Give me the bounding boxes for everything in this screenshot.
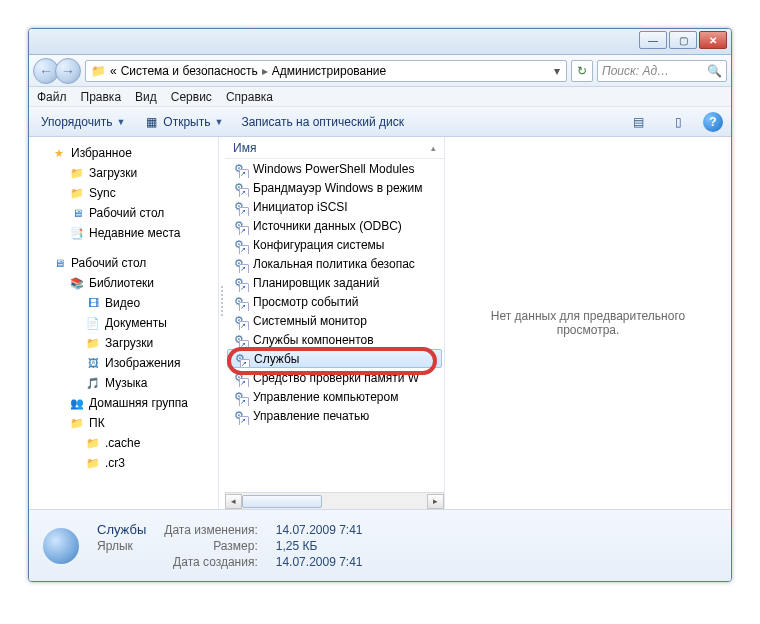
shortcut-icon: ⚙ <box>231 408 247 424</box>
file-name: Локальная политика безопас <box>253 257 415 271</box>
label: Библиотеки <box>89 276 154 290</box>
scroll-left-button[interactable]: ◂ <box>225 494 242 509</box>
search-placeholder: Поиск: Ад… <box>602 64 669 78</box>
shortcut-icon: ⚙ <box>231 275 247 291</box>
crumb-prefix: « <box>110 64 117 78</box>
tree-fav-desktop[interactable]: 🖥Рабочий стол <box>29 203 218 223</box>
menu-view[interactable]: Вид <box>135 90 157 104</box>
folder-icon: 📁 <box>85 336 101 350</box>
tree-pc[interactable]: 📁ПК <box>29 413 218 433</box>
scroll-thumb[interactable] <box>242 495 322 508</box>
tree-lib-downloads[interactable]: 📁Загрузки <box>29 333 218 353</box>
shortcut-icon: ⚙ <box>231 389 247 405</box>
scroll-right-button[interactable]: ▸ <box>427 494 444 509</box>
tree-libraries[interactable]: 📚Библиотеки <box>29 273 218 293</box>
folder-icon: 📁 <box>85 436 101 450</box>
file-row[interactable]: ⚙Системный монитор <box>225 311 444 330</box>
tree-fav-sync[interactable]: 📁Sync <box>29 183 218 203</box>
details-name: Службы <box>97 522 146 537</box>
maximize-button[interactable]: ▢ <box>669 31 697 49</box>
organize-button[interactable]: Упорядочить ▼ <box>37 113 129 131</box>
open-button[interactable]: ▦ Открыть ▼ <box>139 112 227 132</box>
label: Документы <box>105 316 167 330</box>
scroll-track[interactable] <box>242 494 427 509</box>
tree-fav-recent[interactable]: 📑Недавние места <box>29 223 218 243</box>
file-row[interactable]: ⚙Брандмауэр Windows в режим <box>225 178 444 197</box>
nav-tree: ★ Избранное 📁Загрузки 📁Sync 🖥Рабочий сто… <box>29 137 219 509</box>
file-name: Средство проверки памяти W <box>253 371 419 385</box>
file-row[interactable]: ⚙Службы <box>227 349 442 368</box>
shortcut-icon: ⚙ <box>231 161 247 177</box>
tree-lib-images[interactable]: 🖼Изображения <box>29 353 218 373</box>
breadcrumb-admin[interactable]: Администрирование <box>272 64 386 78</box>
file-row[interactable]: ⚙Windows PowerShell Modules <box>225 159 444 178</box>
file-row[interactable]: ⚙Средство проверки памяти W <box>225 368 444 387</box>
file-row[interactable]: ⚙Планировщик заданий <box>225 273 444 292</box>
file-row[interactable]: ⚙Инициатор iSCSI <box>225 197 444 216</box>
tree-pc-cache[interactable]: 📁.cache <box>29 433 218 453</box>
label: Видео <box>105 296 140 310</box>
menu-file[interactable]: Файл <box>37 90 67 104</box>
shortcut-icon: ⚙ <box>231 294 247 310</box>
address-bar[interactable]: 📁 « Система и безопасность ▸ Администрир… <box>85 60 567 82</box>
tree-lib-video[interactable]: 🎞Видео <box>29 293 218 313</box>
forward-button[interactable]: → <box>55 58 81 84</box>
tree-fav-downloads[interactable]: 📁Загрузки <box>29 163 218 183</box>
nav-buttons: ← → <box>33 58 81 84</box>
desktop-icon: 🖥 <box>69 206 85 220</box>
file-list: ⚙Windows PowerShell Modules⚙Брандмауэр W… <box>225 159 444 492</box>
shortcut-icon: ⚙ <box>231 237 247 253</box>
preview-empty-text: Нет данных для предварительного просмотр… <box>465 309 711 337</box>
preview-pane-button[interactable]: ▯ <box>663 112 693 132</box>
file-row[interactable]: ⚙Локальная политика безопас <box>225 254 444 273</box>
search-icon: 🔍 <box>707 64 722 78</box>
label: Музыка <box>105 376 147 390</box>
file-row[interactable]: ⚙Управление компьютером <box>225 387 444 406</box>
shortcut-icon: ⚙ <box>231 218 247 234</box>
breadcrumb-system[interactable]: Система и безопасность <box>121 64 258 78</box>
file-row[interactable]: ⚙Конфигурация системы <box>225 235 444 254</box>
details-type: Ярлык <box>97 539 146 553</box>
chevron-down-icon: ▼ <box>116 117 125 127</box>
burn-label: Записать на оптический диск <box>241 115 404 129</box>
label: ПК <box>89 416 105 430</box>
file-row[interactable]: ⚙Источники данных (ODBC) <box>225 216 444 235</box>
tree-lib-music[interactable]: 🎵Музыка <box>29 373 218 393</box>
folder-icon: 📁 <box>90 63 106 79</box>
details-created-label: Дата создания: <box>164 555 258 569</box>
tree-desktop[interactable]: 🖥Рабочий стол <box>29 253 218 273</box>
file-name: Управление печатью <box>253 409 369 423</box>
open-label: Открыть <box>163 115 210 129</box>
tree-pc-cr3[interactable]: 📁.cr3 <box>29 453 218 473</box>
nav-bar: ← → 📁 « Система и безопасность ▸ Админис… <box>29 55 731 87</box>
help-button[interactable]: ? <box>703 112 723 132</box>
file-row[interactable]: ⚙Просмотр событий <box>225 292 444 311</box>
tree-homegroup[interactable]: 👥Домашняя группа <box>29 393 218 413</box>
explorer-window: — ▢ ✕ ← → 📁 « Система и безопасность ▸ А… <box>28 28 732 582</box>
view-mode-button[interactable]: ▤ <box>623 112 653 132</box>
file-row[interactable]: ⚙Управление печатью <box>225 406 444 425</box>
tree-lib-documents[interactable]: 📄Документы <box>29 313 218 333</box>
file-name: Инициатор iSCSI <box>253 200 348 214</box>
body: ★ Избранное 📁Загрузки 📁Sync 🖥Рабочий сто… <box>29 137 731 509</box>
menu-help[interactable]: Справка <box>226 90 273 104</box>
address-dropdown[interactable]: ▾ <box>552 64 562 78</box>
minimize-button[interactable]: — <box>639 31 667 49</box>
recent-icon: 📑 <box>69 226 85 240</box>
search-input[interactable]: Поиск: Ад… 🔍 <box>597 60 727 82</box>
shortcut-icon: ⚙ <box>231 313 247 329</box>
file-row[interactable]: ⚙Службы компонентов <box>225 330 444 349</box>
menu-service[interactable]: Сервис <box>171 90 212 104</box>
details-mod-label: Дата изменения: <box>164 523 258 537</box>
details-size-value: 1,25 КБ <box>276 539 363 553</box>
menu-edit[interactable]: Правка <box>81 90 122 104</box>
file-name: Управление компьютером <box>253 390 398 404</box>
refresh-button[interactable]: ↻ <box>571 60 593 82</box>
folder-icon: 📁 <box>69 166 85 180</box>
tree-favorites[interactable]: ★ Избранное <box>29 143 218 163</box>
shortcut-icon: ⚙ <box>231 180 247 196</box>
column-header-name[interactable]: Имя ▴ <box>225 137 444 159</box>
close-button[interactable]: ✕ <box>699 31 727 49</box>
h-scrollbar[interactable]: ◂ ▸ <box>225 492 444 509</box>
burn-button[interactable]: Записать на оптический диск <box>237 113 408 131</box>
